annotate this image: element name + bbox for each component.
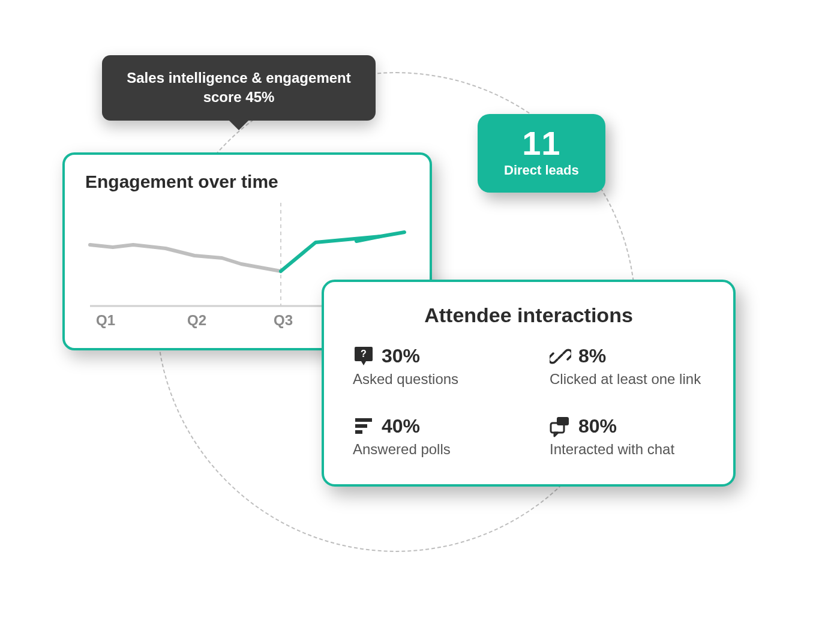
metric-answered-polls: 40% Answered polls <box>353 415 508 458</box>
tooltip-line-2: score 45% <box>124 88 354 107</box>
direct-leads-label: Direct leads <box>504 163 579 178</box>
interactions-title: Attendee interactions <box>353 304 704 327</box>
engagement-title: Engagement over time <box>85 172 409 192</box>
engagement-score-tooltip: Sales intelligence & engagement score 45… <box>102 55 376 121</box>
metric-polls-label: Answered polls <box>353 441 508 458</box>
chat-icon <box>550 416 571 437</box>
interactions-grid: ? 30% Asked questions 8% <box>353 345 704 458</box>
direct-leads-card: 11 Direct leads <box>478 114 605 193</box>
svg-rect-4 <box>355 418 372 422</box>
tooltip-line-1: Sales intelligence & engagement <box>124 68 354 88</box>
metric-asked-questions: ? 30% Asked questions <box>353 345 508 388</box>
poll-icon <box>353 416 374 437</box>
metric-clicked-link: 8% Clicked at least one link <box>550 345 704 388</box>
metric-asked-value: 30% <box>382 345 420 367</box>
metric-chat-label: Interacted with chat <box>550 441 704 458</box>
question-icon: ? <box>353 346 374 367</box>
metric-polls-value: 40% <box>382 415 420 437</box>
x-tick-q3: Q3 <box>274 312 293 328</box>
metric-clicked-label: Clicked at least one link <box>550 371 704 388</box>
attendee-interactions-card: Attendee interactions ? 30% Asked questi… <box>322 280 736 487</box>
metric-chat-value: 80% <box>578 415 617 437</box>
svg-text:?: ? <box>361 349 367 359</box>
svg-rect-6 <box>355 430 362 434</box>
dashboard-stage: 11 Direct leads Sales intelligence & eng… <box>0 0 840 630</box>
x-tick-q2: Q2 <box>187 312 206 328</box>
metric-clicked-value: 8% <box>578 345 606 367</box>
svg-rect-5 <box>355 424 367 428</box>
metric-asked-label: Asked questions <box>353 371 508 388</box>
direct-leads-value: 11 <box>504 126 579 161</box>
svg-rect-7 <box>557 417 569 425</box>
link-icon <box>550 346 571 367</box>
x-tick-q1: Q1 <box>96 312 115 328</box>
metric-chat: 80% Interacted with chat <box>550 415 704 458</box>
